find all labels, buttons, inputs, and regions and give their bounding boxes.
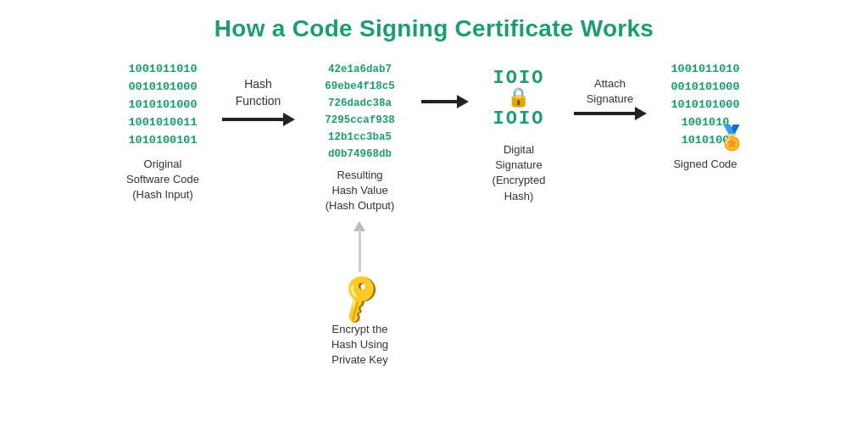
hash-value-text: 42e1a6dab769ebe4f18c5726dadc38a7295ccaf9…	[325, 61, 395, 163]
hash-value-label: ResultingHash Value(Hash Output)	[326, 168, 395, 214]
digital-sig-label: DigitalSignature(EncryptedHash)	[492, 142, 546, 204]
hash-function-arrow: HashFunction	[212, 61, 305, 126]
step-original-code: 1001011010001010100010101010001001010011…	[114, 61, 212, 202]
key-icon: 🔑	[331, 269, 390, 326]
hash-function-label: HashFunction	[236, 76, 281, 109]
step-signed-code: 1001011010001010100010101010001001010101…	[657, 61, 754, 172]
page-title: How a Code Signing Certificate Works	[214, 15, 654, 42]
digital-sig-icon-wrapper: IOIO🔒IOIO	[481, 61, 557, 137]
arrow-to-signed	[574, 107, 647, 120]
attach-sig-label: AttachSignature	[587, 76, 634, 107]
diagram: 1001011010001010100010101010001001010011…	[0, 61, 868, 368]
arrow-line-2	[421, 95, 469, 108]
step-digital-signature: IOIO🔒IOIO DigitalSignature(EncryptedHash…	[475, 61, 564, 204]
arrow-up-line	[359, 230, 361, 272]
medal-icon: 🏅	[717, 124, 747, 152]
digital-sig-binary: IOIO🔒IOIO	[493, 69, 545, 130]
arrow-to-digital-sig	[415, 61, 475, 108]
original-code-binary: 1001011010001010100010101010001001010011…	[128, 61, 197, 150]
signed-code-label: Signed Code	[673, 157, 737, 172]
original-code-label: OriginalSoftware Code(Hash Input)	[126, 157, 199, 203]
arrow-to-hash	[222, 113, 295, 126]
signed-code-binary-wrapper: 1001011010001010100010101010001001010101…	[670, 61, 739, 152]
step-hash-value: 42e1a6dab769ebe4f18c5726dadc38a7295ccaf9…	[305, 61, 415, 368]
attach-sig-arrow: AttachSignature	[564, 61, 657, 120]
private-key-label: Encrypt theHash UsingPrivate Key	[331, 322, 388, 368]
